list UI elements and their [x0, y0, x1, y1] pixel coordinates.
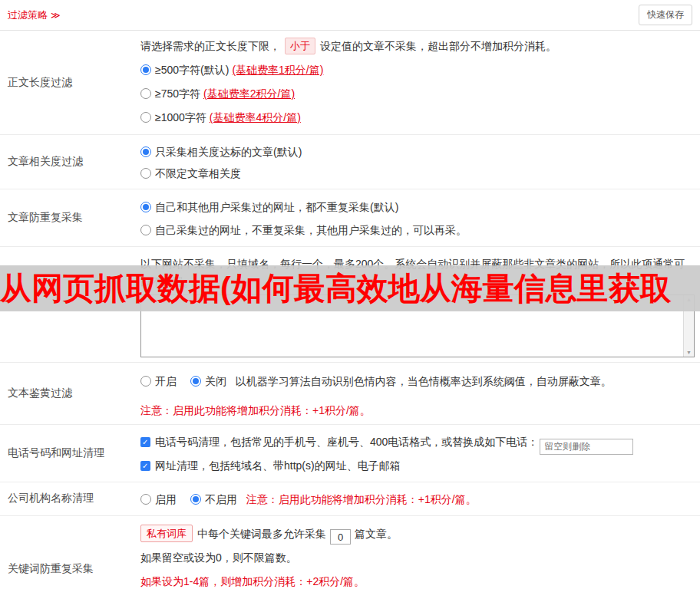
option-label[interactable]: ≥500字符(默认) — [155, 64, 229, 76]
fee-note: (基础费率2积分/篇) — [203, 87, 295, 100]
row-content-body-length: 请选择需求的正文长度下限，小于设定值的文章不采集，超出部分不增加积分消耗。 ≥5… — [134, 31, 700, 134]
private-dictionary-tag[interactable]: 私有词库 — [140, 525, 193, 542]
radio-length-500[interactable] — [140, 64, 151, 75]
radio-relevance-any[interactable] — [140, 168, 151, 179]
row-porn-filter: 文本鉴黄过滤 开启 关闭 以机器学习算法自动识别色情内容，当色情概率达到系统阈值… — [0, 363, 700, 425]
radio-porn-off[interactable] — [190, 376, 201, 387]
row-body-length-filter: 正文长度过滤 请选择需求的正文长度下限，小于设定值的文章不采集，超出部分不增加积… — [0, 31, 700, 135]
body-length-intro: 请选择需求的正文长度下限，小于设定值的文章不采集，超出部分不增加积分消耗。 — [140, 37, 694, 55]
limit-text-after: 篇文章。 — [355, 528, 398, 540]
url-cleanup-option[interactable]: 网址清理，包括纯域名、带http(s)的网址、电子邮箱 — [140, 455, 694, 477]
row-content-porn-filter: 开启 关闭 以机器学习算法自动识别色情内容，当色情概率达到系统阈值，自动屏蔽文章… — [134, 363, 700, 424]
row-label-keyword-dedup: 关键词防重复采集 — [0, 516, 134, 589]
radio-length-750[interactable] — [140, 88, 151, 99]
row-company-name-cleanup: 公司机构名称清理 启用 不启用 注意：启用此功能将增加积分消耗：+1积分/篇。 — [0, 482, 700, 516]
option-label[interactable]: 电话号码清理，包括常见的手机号、座机号、400电话格式，或替换成如下电话： — [155, 436, 538, 448]
option-label-on[interactable]: 开启 — [155, 375, 177, 387]
row-label-porn-filter: 文本鉴黄过滤 — [0, 363, 134, 424]
radio-dedup-global[interactable] — [140, 202, 151, 212]
option-length-1000[interactable]: ≥1000字符(基础费率4积分/篇) — [140, 106, 694, 130]
row-label-relevance: 文章相关度过滤 — [0, 135, 134, 189]
option-label-on[interactable]: 启用 — [155, 493, 177, 505]
quick-save-button[interactable]: 快速保存 — [639, 5, 692, 25]
fee-note: (基础费率4积分/篇) — [210, 111, 301, 123]
row-label-dedup: 文章防重复采集 — [0, 189, 134, 246]
row-relevance-filter: 文章相关度过滤 只采集相关度达标的文章(默认) 不限定文章相关度 — [0, 135, 700, 189]
limit-text-before: 中每个关键词最多允许采集 — [197, 528, 326, 540]
checkbox-url-cleanup[interactable] — [140, 461, 150, 471]
row-content-dedup: 自己和其他用户采集过的网址，都不重复采集(默认) 自己采集过的网址，不重复采集，… — [134, 189, 700, 246]
keyword-rule-1-4: 如果设为1-4篇，则增加积分消耗：+2积分/篇。 — [140, 570, 694, 589]
row-label-phone-url: 电话号码和网址清理 — [0, 425, 134, 482]
radio-company-off[interactable] — [190, 494, 201, 505]
less-than-tag: 小于 — [285, 38, 315, 54]
option-relevance-any[interactable]: 不限定文章相关度 — [140, 163, 694, 184]
fee-note: (基础费率1积分/篇) — [232, 64, 323, 76]
keyword-limit-line: 私有词库中每个关键词最多允许采集篇文章。 — [140, 522, 694, 546]
checkbox-phone-cleanup[interactable] — [140, 437, 150, 447]
replace-phone-input[interactable] — [540, 439, 633, 455]
keyword-rule-zero: 如果留空或设为0，则不限篇数。 — [140, 546, 694, 570]
radio-dedup-self[interactable] — [140, 225, 151, 235]
option-label[interactable]: 不限定文章相关度 — [155, 167, 241, 179]
option-label-off[interactable]: 关闭 — [205, 375, 226, 387]
option-label[interactable]: 自己和其他用户采集过的网址，都不重复采集(默认) — [155, 201, 398, 213]
row-content-keyword-dedup: 私有词库中每个关键词最多允许采集篇文章。 如果留空或设为0，则不限篇数。 如果设… — [134, 516, 700, 589]
company-cleanup-options: 启用 不启用 注意：启用此功能将增加积分消耗：+1积分/篇。 — [140, 490, 694, 508]
option-label-off[interactable]: 不启用 — [205, 493, 237, 505]
topbar: 过滤策略 ≫ 快速保存 — [0, 0, 700, 31]
page-title[interactable]: 过滤策略 ≫ — [8, 8, 61, 22]
row-content-phone-url: 电话号码清理，包括常见的手机号、座机号、400电话格式，或替换成如下电话： 网址… — [134, 425, 700, 482]
radio-length-1000[interactable] — [140, 112, 151, 123]
row-dedup-collection: 文章防重复采集 自己和其他用户采集过的网址，都不重复采集(默认) 自己采集过的网… — [0, 189, 700, 247]
phone-cleanup-option[interactable]: 电话号码清理，包括常见的手机号、座机号、400电话格式，或替换成如下电话： — [140, 431, 694, 455]
option-label[interactable]: 自己采集过的网址，不重复采集，其他用户采集过的，可以再采。 — [155, 224, 467, 236]
company-cleanup-cost-note: 注意：启用此功能将增加积分消耗：+1积分/篇。 — [246, 493, 477, 505]
option-length-500[interactable]: ≥500字符(默认)(基础费率1积分/篇) — [140, 58, 694, 82]
option-label[interactable]: 只采集相关度达标的文章(默认) — [155, 146, 302, 158]
row-label-body-length: 正文长度过滤 — [0, 31, 134, 134]
option-label[interactable]: ≥750字符 — [155, 87, 200, 100]
watermark-text: 从网页抓取数据(如何最高效地从海量信息里获取 — [0, 273, 672, 304]
row-content-company-cleanup: 启用 不启用 注意：启用此功能将增加积分消耗：+1积分/篇。 — [134, 482, 700, 515]
watermark-overlay: 从网页抓取数据(如何最高效地从海量信息里获取 — [0, 265, 700, 311]
option-label[interactable]: ≥1000字符 — [155, 111, 206, 123]
option-relevance-strict[interactable]: 只采集相关度达标的文章(默认) — [140, 141, 694, 163]
collapse-chevron-icon[interactable]: ≫ — [51, 10, 61, 21]
porn-filter-cost-note: 注意：启用此功能将增加积分消耗：+1积分/篇。 — [140, 401, 694, 420]
option-length-750[interactable]: ≥750字符(基础费率2积分/篇) — [140, 82, 694, 106]
porn-filter-description: 以机器学习算法自动识别色情内容，当色情概率达到系统阈值，自动屏蔽文章。 — [236, 375, 612, 387]
page-title-text: 过滤策略 — [8, 8, 48, 22]
keyword-limit-input[interactable] — [330, 529, 351, 545]
option-dedup-global[interactable]: 自己和其他用户采集过的网址，都不重复采集(默认) — [140, 196, 694, 219]
radio-company-on[interactable] — [140, 494, 151, 505]
option-label[interactable]: 网址清理，包括纯域名、带http(s)的网址、电子邮箱 — [155, 459, 401, 472]
row-phone-url-cleanup: 电话号码和网址清理 电话号码清理，包括常见的手机号、座机号、400电话格式，或替… — [0, 425, 700, 482]
row-label-company-cleanup: 公司机构名称清理 — [0, 482, 134, 515]
option-dedup-self[interactable]: 自己采集过的网址，不重复采集，其他用户采集过的，可以再采。 — [140, 219, 694, 242]
radio-relevance-strict[interactable] — [140, 146, 151, 157]
radio-porn-on[interactable] — [140, 376, 151, 387]
intro-text-before: 请选择需求的正文长度下限， — [140, 40, 280, 52]
scroll-down-icon[interactable]: ▼ — [686, 348, 692, 357]
row-content-relevance: 只采集相关度达标的文章(默认) 不限定文章相关度 — [134, 135, 700, 189]
porn-filter-options: 开启 关闭 以机器学习算法自动识别色情内容，当色情概率达到系统阈值，自动屏蔽文章… — [140, 372, 694, 390]
intro-text-after: 设定值的文章不采集，超出部分不增加积分消耗。 — [320, 40, 556, 52]
row-keyword-dedup: 关键词防重复采集 私有词库中每个关键词最多允许采集篇文章。 如果留空或设为0，则… — [0, 516, 700, 589]
